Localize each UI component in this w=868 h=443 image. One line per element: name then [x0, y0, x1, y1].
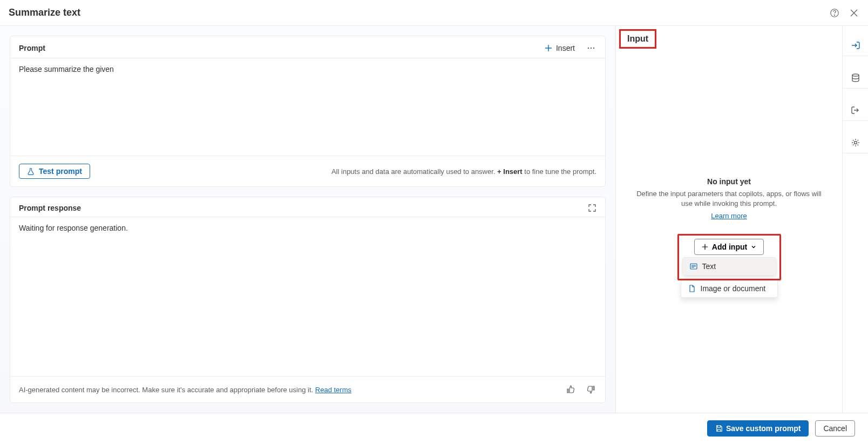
rail-settings-icon[interactable] [843, 132, 869, 153]
save-icon [715, 425, 723, 432]
response-panel-header: Prompt response [10, 197, 605, 217]
page-title: Summarize text [9, 7, 829, 18]
test-prompt-button[interactable]: Test prompt [19, 164, 90, 179]
prompt-panel-title: Prompt [19, 44, 538, 52]
rail-data-icon[interactable] [843, 67, 869, 89]
header: Summarize text [0, 0, 868, 26]
rail-output-icon[interactable] [843, 99, 869, 121]
add-input-dropdown-ext: Image or document [681, 280, 778, 298]
prompt-hint: All inputs and data are automatically us… [97, 167, 596, 176]
footer: Save custom prompt Cancel [0, 413, 868, 443]
thumbs-up-icon[interactable] [565, 384, 576, 395]
side-rail [842, 26, 868, 413]
plus-icon [544, 44, 553, 52]
rail-input-icon[interactable] [843, 35, 869, 56]
help-icon[interactable] [829, 8, 840, 18]
dropdown-image-doc-label: Image or document [701, 284, 766, 293]
add-input-label: Add input [712, 243, 747, 251]
plus-icon [701, 243, 709, 251]
empty-description: Define the input parameters that copilot… [632, 189, 826, 209]
more-icon[interactable] [586, 43, 596, 53]
dropdown-item-image-doc[interactable]: Image or document [681, 280, 777, 297]
chevron-down-icon [750, 244, 757, 250]
hint-prefix: All inputs and data are automatically us… [331, 167, 497, 176]
cancel-button[interactable]: Cancel [815, 420, 855, 437]
response-panel-title: Prompt response [19, 204, 581, 212]
document-icon [688, 284, 696, 293]
svg-point-3 [591, 48, 592, 49]
response-body: Waiting for response generation. [10, 217, 605, 376]
svg-point-7 [854, 141, 857, 144]
response-panel: Prompt response Waiting for response gen… [10, 197, 606, 403]
add-input-container: Add input Text [632, 234, 826, 280]
response-panel-footer: AI-generated content may be incorrect. M… [10, 376, 605, 402]
text-icon [689, 262, 698, 271]
input-tab[interactable]: Input [619, 29, 656, 49]
highlight-box: Add input Text [677, 234, 781, 280]
prompt-textarea[interactable]: Please summarize the given [10, 58, 605, 156]
disclaimer-text: AI-generated content may be incorrect. M… [19, 386, 315, 394]
svg-point-4 [593, 48, 594, 49]
svg-point-2 [588, 48, 589, 49]
feedback-thumbs [565, 384, 596, 395]
input-empty-state: No input yet Define the input parameters… [616, 177, 842, 298]
learn-more-link[interactable]: Learn more [711, 212, 747, 220]
header-actions [829, 8, 859, 18]
svg-point-6 [852, 74, 859, 76]
prompt-panel-footer: Test prompt All inputs and data are auto… [10, 156, 605, 186]
input-panel: Input No input yet Define the input para… [615, 26, 842, 413]
dropdown-text-label: Text [702, 262, 716, 271]
insert-button-label: Insert [556, 44, 575, 52]
svg-point-1 [834, 15, 835, 15]
test-prompt-label: Test prompt [39, 167, 82, 176]
prompt-panel: Prompt Insert Please summarize the given [10, 36, 606, 187]
hint-bold: + Insert [497, 167, 523, 176]
add-input-dropdown: Text [682, 257, 776, 276]
left-column: Prompt Insert Please summarize the given [0, 26, 615, 413]
save-button[interactable]: Save custom prompt [707, 420, 809, 437]
empty-title: No input yet [632, 177, 826, 186]
read-terms-link[interactable]: Read terms [315, 386, 351, 394]
dropdown-item-text[interactable]: Text [683, 258, 776, 275]
expand-icon[interactable] [588, 204, 596, 212]
save-button-label: Save custom prompt [726, 424, 801, 433]
beaker-icon [27, 167, 35, 175]
prompt-panel-header: Prompt Insert [10, 36, 605, 58]
insert-button[interactable]: Insert [544, 44, 575, 52]
ai-disclaimer: AI-generated content may be incorrect. M… [19, 386, 548, 394]
add-input-button[interactable]: Add input [694, 239, 764, 255]
main: Prompt Insert Please summarize the given [0, 26, 868, 413]
close-icon[interactable] [849, 8, 859, 18]
hint-suffix: to fine tune the prompt. [523, 167, 596, 176]
thumbs-down-icon[interactable] [586, 384, 596, 395]
